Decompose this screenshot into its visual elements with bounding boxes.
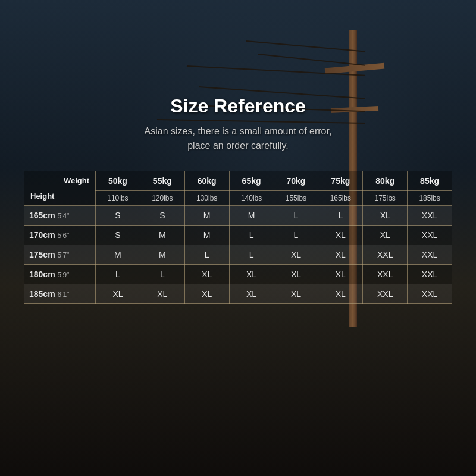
row-3-size-5: XL	[318, 265, 363, 284]
row-2-size-3: L	[229, 245, 274, 265]
lbs-col-4: 140lbs	[229, 191, 274, 206]
row-0-size-5: L	[318, 206, 363, 226]
row-4-size-6: XXL	[363, 284, 408, 304]
row-0-cm: 165cm 5'4"	[24, 206, 96, 226]
page-title: Size Reference	[170, 95, 306, 117]
height-label: Height	[30, 192, 54, 201]
weight-col-6: 75kg	[318, 171, 363, 191]
row-4-size-4: XL	[274, 284, 318, 304]
row-4-size-2: XL	[184, 284, 229, 304]
row-4-cm: 185cm 6'1"	[24, 284, 96, 304]
corner-cell: Weight Height	[24, 171, 96, 206]
row-1-size-3: L	[229, 226, 274, 245]
weight-header-row: Weight Height 50kg 55kg 60kg 65kg 70kg 7…	[24, 171, 452, 191]
row-0-size-1: S	[140, 206, 184, 226]
row-3-size-0: L	[96, 265, 140, 284]
row-1-size-6: XL	[363, 226, 408, 245]
row-1-size-7: XXL	[408, 226, 452, 245]
lbs-col-6: 165lbs	[318, 191, 363, 206]
row-2-size-6: XXL	[363, 245, 408, 265]
row-2-size-0: M	[96, 245, 140, 265]
row-3-size-4: XL	[274, 265, 318, 284]
row-4-size-5: XL	[318, 284, 363, 304]
weight-col-5: 70kg	[274, 171, 318, 191]
table-row: 185cm 6'1"XLXLXLXLXLXLXXLXXL	[24, 284, 452, 304]
row-0-size-6: XL	[363, 206, 408, 226]
row-2-size-2: L	[184, 245, 229, 265]
row-3-size-6: XXL	[363, 265, 408, 284]
subtitle-line2: place an order carefully.	[187, 140, 289, 151]
weight-col-1: 50kg	[96, 171, 140, 191]
table-row: 165cm 5'4"SSMMLLXLXXL	[24, 206, 452, 226]
row-2-cm: 175cm 5'7"	[24, 245, 96, 265]
row-3-cm: 180cm 5'9"	[24, 265, 96, 284]
row-0-size-7: XXL	[408, 206, 452, 226]
main-content: Size Reference Asian sizes, there is a s…	[0, 0, 476, 304]
row-2-size-7: XXL	[408, 245, 452, 265]
row-0-size-3: M	[229, 206, 274, 226]
subtitle-line1: Asian sizes, there is a small amount of …	[145, 126, 332, 136]
row-0-size-0: S	[96, 206, 140, 226]
table-row: 175cm 5'7"MMLLXLXLXXLXXL	[24, 245, 452, 265]
lbs-col-2: 120lbs	[140, 191, 184, 206]
row-4-size-3: XL	[229, 284, 274, 304]
row-1-cm: 170cm 5'6"	[24, 226, 96, 245]
row-4-size-0: XL	[96, 284, 140, 304]
size-reference-table: Weight Height 50kg 55kg 60kg 65kg 70kg 7…	[24, 171, 452, 304]
weight-label: Weight	[64, 176, 89, 185]
row-4-size-1: XL	[140, 284, 184, 304]
row-1-size-5: XL	[318, 226, 363, 245]
lbs-col-5: 155lbs	[274, 191, 318, 206]
lbs-col-8: 185lbs	[408, 191, 452, 206]
table-row: 180cm 5'9"LLXLXLXLXLXXLXXL	[24, 265, 452, 284]
row-0-size-2: M	[184, 206, 229, 226]
lbs-col-7: 175lbs	[363, 191, 408, 206]
row-2-size-5: XL	[318, 245, 363, 265]
row-1-size-4: L	[274, 226, 318, 245]
weight-col-3: 60kg	[184, 171, 229, 191]
row-3-size-7: XXL	[408, 265, 452, 284]
table-row: 170cm 5'6"SMMLLXLXLXXL	[24, 226, 452, 245]
row-4-size-7: XXL	[408, 284, 452, 304]
lbs-col-1: 110lbs	[96, 191, 140, 206]
row-3-size-2: XL	[184, 265, 229, 284]
row-0-size-4: L	[274, 206, 318, 226]
weight-col-8: 85kg	[408, 171, 452, 191]
row-3-size-3: XL	[229, 265, 274, 284]
row-1-size-2: M	[184, 226, 229, 245]
lbs-col-3: 130lbs	[184, 191, 229, 206]
row-3-size-1: L	[140, 265, 184, 284]
row-1-size-1: M	[140, 226, 184, 245]
row-1-size-0: S	[96, 226, 140, 245]
row-2-size-1: M	[140, 245, 184, 265]
weight-col-4: 65kg	[229, 171, 274, 191]
row-2-size-4: XL	[274, 245, 318, 265]
weight-col-7: 80kg	[363, 171, 408, 191]
weight-col-2: 55kg	[140, 171, 184, 191]
page-subtitle: Asian sizes, there is a small amount of …	[145, 124, 332, 153]
